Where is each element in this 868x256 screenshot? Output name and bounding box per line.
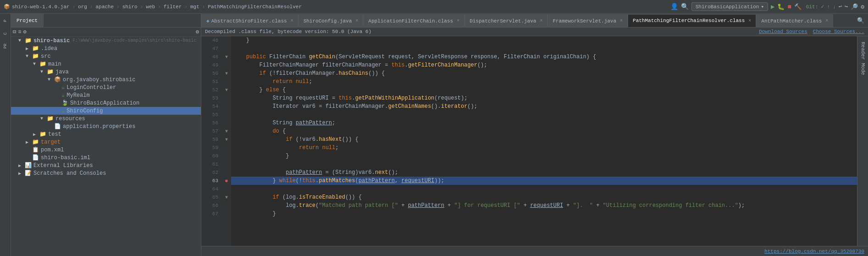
run-button[interactable]: ▶ [771, 3, 774, 11]
tab-appfilterchain[interactable]: ApplicationFilterChain.class × [363, 14, 464, 27]
gutter-55 [222, 111, 231, 119]
breakpoint-icon[interactable]: ● [225, 178, 228, 184]
code-line-65: if (log.isTraceEnabled()) { [231, 193, 857, 201]
stop-button[interactable]: ■ [787, 3, 791, 11]
test-label: test [48, 131, 61, 138]
code-line-46: } [231, 36, 857, 45]
choose-sources-link[interactable]: Choose Sources... [813, 29, 864, 34]
search-icon[interactable]: 🔍 [681, 3, 689, 11]
expand-all-icon[interactable]: ≡ [18, 29, 21, 35]
tab-close-antpathmatcher[interactable]: × [825, 18, 828, 23]
code-line-54: Iterator var6 = filterChainManager.getCh… [231, 102, 857, 111]
tab-close-dispatcherservlet[interactable]: × [540, 18, 542, 23]
tree-item-src[interactable]: ▼ 📁 src [11, 52, 201, 60]
code-line-52: } else { [231, 86, 857, 94]
search-everywhere-button[interactable]: 🔎 [851, 3, 858, 11]
tree-item-shiroconfig[interactable]: ▶ ☕ ShiroConfig [11, 107, 201, 115]
breadcrumb-apache[interactable]: apache [95, 4, 114, 10]
tab-label-dispatcherservlet: DispatcherServlet.java [470, 18, 536, 24]
line-52: 52 [201, 86, 222, 94]
line-56: 56 [201, 119, 222, 127]
tab-close-frameworkservlet[interactable]: × [620, 18, 623, 23]
reader-mode-panel: Reader Mode [857, 36, 868, 246]
tree-arrow-extlibs: ▶ [18, 163, 25, 168]
debug-button[interactable]: 🐛 [777, 3, 785, 11]
iml-icon: 📄 [32, 154, 39, 161]
gutter-46 [222, 36, 231, 45]
breadcrumb-filter[interactable]: filter [164, 4, 182, 10]
tree-item-resources[interactable]: ▼ 📁 resources [11, 115, 201, 122]
tree-root[interactable]: ▼ 📁 shiro-basic F:\WWW\javaboy-code-samp… [11, 37, 201, 45]
spring-icon-sa: 🍃 [61, 100, 68, 106]
undo-button[interactable]: ↩ [839, 3, 842, 10]
build-button[interactable]: 🔨 [794, 3, 802, 11]
filter-icon[interactable]: ⚙ [23, 28, 26, 35]
settings-sidebar-icon[interactable]: ⚙ [196, 28, 199, 35]
sidebar-toolbar: ⊟ ≡ ⚙ ⚙ [11, 28, 201, 37]
sc-label: ShiroConfig [66, 108, 103, 114]
redo-button[interactable]: ↪ [845, 3, 848, 10]
tree-item-target[interactable]: ▶ 📁 target [11, 138, 201, 146]
tree-item-appprops[interactable]: ▶ 📄 application.properties [11, 122, 201, 130]
main-label: main [48, 61, 61, 67]
tab-close-shiroconfig[interactable]: × [355, 18, 358, 23]
run-config-selector[interactable]: ShiroBasicApplication ▾ [691, 2, 768, 11]
download-sources-link[interactable]: Download Sources [759, 29, 807, 34]
breadcrumb-class[interactable]: PathMatchingFilterChainResolver [208, 4, 302, 10]
project-panel-icon[interactable]: P [0, 16, 11, 26]
tree-item-myrealm[interactable]: ▶ ☕ MyRealm [11, 91, 201, 99]
gutter-56 [222, 119, 231, 127]
breadcrumb-org[interactable]: org [78, 4, 87, 10]
line-48: 48 [201, 53, 222, 61]
git-label: Git: [806, 4, 818, 10]
tree-item-idea[interactable]: ▶ 📁 .idea [11, 45, 201, 52]
tab-shiroconfig[interactable]: ShiroConfig.java × [299, 14, 364, 27]
tab-close-appfilterchain[interactable]: × [457, 18, 459, 23]
code-editor[interactable]: } public FilterChain getChain(ServletReq… [231, 36, 857, 246]
reader-mode-button[interactable]: Reader Mode [860, 38, 866, 79]
settings-button[interactable]: ⚙ [861, 3, 864, 11]
project-tab[interactable]: Project [11, 14, 44, 27]
tab-dispatcherservlet[interactable]: DispatcherServlet.java × [464, 14, 547, 27]
git-arrow-up[interactable]: ↑ [827, 4, 830, 10]
scratches-icon: 📝 [25, 170, 32, 177]
collapse-all-icon[interactable]: ⊟ [13, 28, 16, 35]
tab-frameworkservlet[interactable]: FrameworkServlet.java × [547, 14, 628, 27]
line-65: 65 [201, 193, 222, 201]
tree-item-main[interactable]: ▼ 📁 main [11, 60, 201, 68]
breadcrumb-web[interactable]: web [146, 4, 155, 10]
tab-pathmatchingresolver[interactable]: PathMatchingFilterChainResolver.class × [628, 14, 756, 27]
tree-arrow-target: ▶ [26, 139, 32, 145]
gutter-51 [222, 78, 231, 86]
tree-item-shiroapp[interactable]: ▶ 🍃 ShiroBasicApplication [11, 99, 201, 107]
tab-close-pathmatchingresolver[interactable]: × [748, 18, 751, 23]
tree-item-scratches[interactable]: ▶ 📝 Scratches and Consoles [11, 169, 201, 177]
folder-icon-test: 📁 [39, 131, 46, 138]
pull-requests-icon[interactable]: PR [0, 41, 11, 51]
tab-abstractshirofilter[interactable]: ◆ AbstractShiroFilter.class × [201, 14, 299, 27]
status-url[interactable]: https://blog.csdn.net/qq_35208730 [764, 249, 864, 254]
sidebar: Project ⊟ ≡ ⚙ ⚙ ▼ 📁 shiro-basic F:\WWW\j… [11, 14, 201, 256]
tree-item-logincontroller[interactable]: ▶ ☕ LoginController [11, 83, 201, 91]
breadcrumb-jar[interactable]: shiro-web-1.4.0.jar [12, 4, 69, 10]
git-arrow-down[interactable]: ↓ [833, 4, 836, 10]
lc-label: LoginController [66, 84, 116, 91]
tree-item-pom[interactable]: ▶ 📋 pom.xml [11, 146, 201, 154]
tab-label-abstract: AbstractShiroFilter.class [211, 18, 287, 24]
tree-item-extlibs[interactable]: ▶ 📊 External Libraries [11, 161, 201, 169]
root-label: shiro-basic [33, 38, 70, 44]
scratches-label: Scratches and Consoles [33, 170, 106, 177]
tree-item-test[interactable]: ▶ 📁 test [11, 130, 201, 138]
search-tab-icon[interactable]: 🔍 [853, 17, 868, 24]
tree-item-java[interactable]: ▼ 📁 java [11, 68, 201, 76]
tab-antpathmatcher[interactable]: AntPathMatcher.class × [756, 14, 833, 27]
breadcrumb-shiro[interactable]: shiro [122, 4, 138, 10]
commit-panel-icon[interactable]: C [0, 28, 11, 39]
breadcrumb-mgt[interactable]: mgt [190, 4, 199, 10]
line-67: 67 [201, 210, 222, 218]
code-line-60: } [231, 152, 857, 160]
tree-item-package[interactable]: ▼ 📦 org.javaboy.shirobasic [11, 76, 201, 83]
tab-close-abstract[interactable]: × [291, 18, 293, 23]
user-icon[interactable]: 👤 [670, 3, 678, 11]
tree-item-iml[interactable]: ▶ 📄 shiro-basic.iml [11, 154, 201, 161]
